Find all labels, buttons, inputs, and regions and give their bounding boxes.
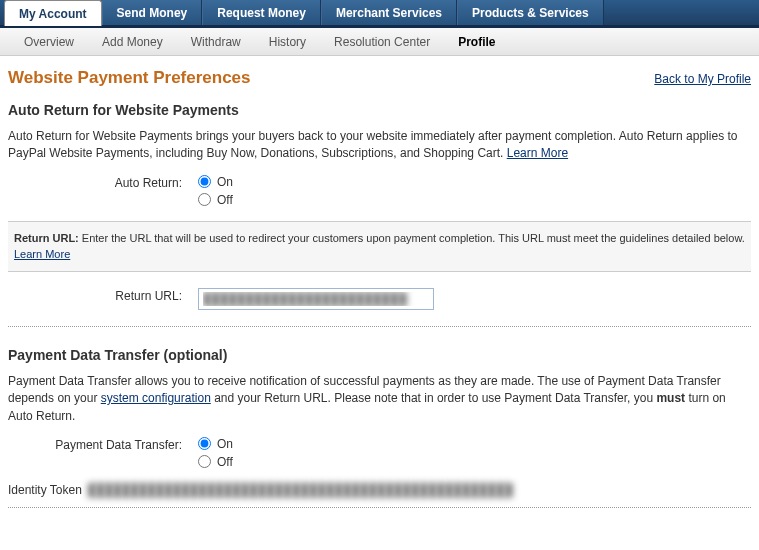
return-url-label: Return URL: <box>8 288 198 303</box>
auto-return-on-radio[interactable] <box>198 175 211 188</box>
tab-send-money[interactable]: Send Money <box>102 0 203 25</box>
return-url-learn-more-link[interactable]: Learn More <box>14 248 70 260</box>
auto-return-off-radio[interactable] <box>198 193 211 206</box>
content-area: Website Payment Preferences Back to My P… <box>0 56 759 528</box>
return-url-info-bar: Return URL: Enter the URL that will be u… <box>8 221 751 272</box>
auto-return-on-label: On <box>217 175 233 189</box>
pdt-off-radio[interactable] <box>198 455 211 468</box>
auto-return-heading: Auto Return for Website Payments <box>8 102 751 118</box>
pdt-on-label: On <box>217 437 233 451</box>
auto-return-label: Auto Return: <box>8 175 198 190</box>
pdt-on-radio[interactable] <box>198 437 211 450</box>
pdt-label: Payment Data Transfer: <box>8 437 198 452</box>
tab-request-money[interactable]: Request Money <box>202 0 321 25</box>
pdt-system-configuration-link[interactable]: system configuration <box>101 391 211 405</box>
pdt-body-mid: and your Return URL. Please note that in… <box>211 391 657 405</box>
section-divider-2 <box>8 507 751 508</box>
tab-my-account[interactable]: My Account <box>4 0 102 26</box>
page-title: Website Payment Preferences <box>8 68 251 88</box>
auto-return-off-label: Off <box>217 193 233 207</box>
subnav-overview[interactable]: Overview <box>10 35 88 49</box>
primary-nav: My Account Send Money Request Money Merc… <box>0 0 759 28</box>
subnav-withdraw[interactable]: Withdraw <box>177 35 255 49</box>
section-divider <box>8 326 751 327</box>
return-url-info-text: Enter the URL that will be used to redir… <box>79 232 745 244</box>
tab-merchant-services[interactable]: Merchant Services <box>321 0 457 25</box>
secondary-nav: Overview Add Money Withdraw History Reso… <box>0 28 759 56</box>
identity-token-value: ████████████████████████████████████████… <box>88 483 513 497</box>
back-to-profile-link[interactable]: Back to My Profile <box>654 72 751 86</box>
return-url-input[interactable] <box>198 288 434 310</box>
subnav-history[interactable]: History <box>255 35 320 49</box>
subnav-resolution-center[interactable]: Resolution Center <box>320 35 444 49</box>
identity-token-label: Identity Token <box>8 483 82 497</box>
subnav-add-money[interactable]: Add Money <box>88 35 177 49</box>
pdt-must: must <box>656 391 685 405</box>
auto-return-learn-more-link[interactable]: Learn More <box>507 146 568 160</box>
auto-return-description: Auto Return for Website Payments brings … <box>8 128 751 163</box>
tab-products-services[interactable]: Products & Services <box>457 0 604 25</box>
pdt-description: Payment Data Transfer allows you to rece… <box>8 373 751 425</box>
return-url-info-label: Return URL: <box>14 232 79 244</box>
subnav-profile[interactable]: Profile <box>444 35 509 49</box>
auto-return-body: Auto Return for Website Payments brings … <box>8 129 737 160</box>
pdt-heading: Payment Data Transfer (optional) <box>8 347 751 363</box>
pdt-off-label: Off <box>217 455 233 469</box>
